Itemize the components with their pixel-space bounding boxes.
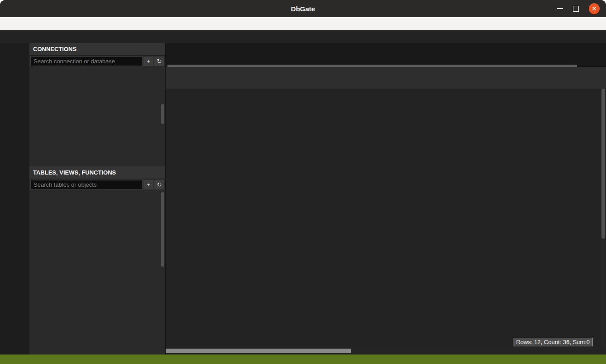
- side-panels: CONNECTIONS + ↻ TABLES, VIEWS, FUNCTIONS…: [29, 43, 166, 355]
- add-connection-small-button[interactable]: +: [143, 57, 153, 66]
- connections-search-row: + ↻: [29, 56, 165, 67]
- window-controls: ✕: [557, 0, 600, 17]
- connections-search-input[interactable]: [30, 57, 143, 66]
- toolbar: [0, 30, 606, 43]
- window-title: DbGate: [291, 5, 315, 13]
- title-bar: DbGate ✕: [0, 0, 606, 17]
- add-table-small-button[interactable]: +: [143, 180, 153, 189]
- grid-vertical-scrollbar[interactable]: [601, 89, 606, 347]
- minimize-button[interactable]: [557, 8, 563, 9]
- close-button[interactable]: ✕: [589, 3, 600, 14]
- maximize-button[interactable]: [573, 6, 579, 12]
- selection-stats-overlay: Rows: 12, Count: 36, Sum:0: [513, 338, 593, 346]
- content-area: Rows: 12, Count: 36, Sum:0: [166, 43, 606, 355]
- tables-scrollbar[interactable]: [161, 192, 164, 267]
- tables-tree: [29, 190, 165, 355]
- icon-rail: [0, 43, 29, 355]
- dbgate-window: DbGate ✕ CONNECTIONS + ↻ TABLES, VIEWS, …: [0, 0, 606, 364]
- connections-list: [29, 67, 165, 166]
- data-grid: Rows: 12, Count: 36, Sum:0: [166, 67, 606, 355]
- tab-strip: [166, 43, 606, 65]
- connections-refresh-button[interactable]: ↻: [154, 57, 164, 66]
- grid-filter-row: [166, 79, 606, 89]
- grid-header-row: [166, 67, 606, 79]
- grid-rows: Rows: 12, Count: 36, Sum:0: [166, 89, 598, 347]
- tables-search-input[interactable]: [30, 180, 143, 189]
- menu-bar: [0, 17, 606, 30]
- tables-search-row: + ↻: [29, 179, 165, 190]
- tables-refresh-button[interactable]: ↻: [154, 180, 164, 189]
- status-bar: [0, 355, 606, 364]
- connections-scrollbar[interactable]: [161, 104, 164, 124]
- connections-panel-header: CONNECTIONS: [29, 43, 165, 56]
- tables-panel-header: TABLES, VIEWS, FUNCTIONS: [29, 166, 165, 179]
- grid-horizontal-scrollbar[interactable]: [166, 347, 606, 355]
- main-area: CONNECTIONS + ↻ TABLES, VIEWS, FUNCTIONS…: [0, 43, 606, 355]
